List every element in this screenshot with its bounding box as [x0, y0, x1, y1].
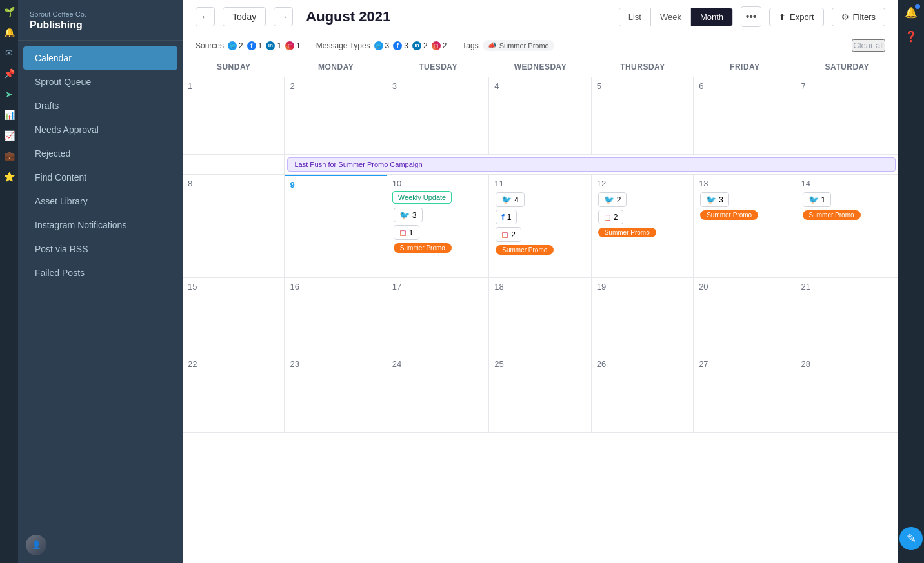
cal-day-25[interactable]: 25 [489, 355, 591, 433]
summer-promo-tag-filter[interactable]: 📣 Summer Promo [483, 40, 554, 51]
day-header-thursday: Thursday [592, 57, 694, 77]
notification-badge [915, 4, 920, 9]
month-view-button[interactable]: Month [691, 8, 732, 26]
sidebar-item-post-via-rss[interactable]: Post via RSS [23, 237, 177, 261]
cal-day-15[interactable]: 15 [183, 278, 285, 355]
twitter-msg-filter[interactable]: 🐦 3 [374, 41, 390, 50]
sidebar-item-failed-posts[interactable]: Failed Posts [23, 261, 177, 284]
twitter-badge-11[interactable]: 🐦 4 [496, 192, 525, 207]
cal-day-7[interactable]: 7 [796, 77, 898, 155]
linkedin-msg-filter[interactable]: in 2 [412, 41, 428, 50]
cal-day-22[interactable]: 22 [183, 355, 285, 433]
export-button[interactable]: ⬆ Export [769, 8, 824, 26]
company-name: Sprout Coffee Co. [30, 10, 171, 18]
cal-day-10[interactable]: 10 Weekly Update 🐦 3 ◻ 1 Summer Promo [387, 175, 489, 278]
sidebar-item-sprout-queue[interactable]: Sprout Queue [23, 70, 177, 94]
cal-day-1[interactable]: 1 [183, 77, 285, 155]
cal-day-6[interactable]: 6 [694, 77, 796, 155]
sidebar-item-find-content[interactable]: Find Content [23, 166, 177, 189]
summer-promo-badge-13[interactable]: Summer Promo [700, 210, 758, 220]
sidebar-item-asset-library[interactable]: Asset Library [23, 190, 177, 213]
instagram-gradient-badge-11[interactable]: ◻ 2 [496, 227, 521, 242]
bell-icon[interactable]: 🔔 [4, 27, 15, 37]
notification-bell-icon[interactable]: 🔔 [905, 6, 918, 19]
cal-day-20[interactable]: 20 [694, 278, 796, 355]
prev-button[interactable]: ← [196, 7, 215, 26]
cal-day-2[interactable]: 2 [285, 77, 387, 155]
facebook-source-icon: f [247, 41, 256, 50]
inbox-icon[interactable]: ✉ [5, 48, 13, 58]
summer-promo-badge-10[interactable]: Summer Promo [394, 243, 452, 253]
instagram-badge-10[interactable]: ◻ 1 [394, 225, 419, 240]
cal-day-3[interactable]: 3 [387, 77, 489, 155]
home-icon[interactable]: 🌱 [4, 6, 15, 17]
cal-day-18[interactable]: 18 [489, 278, 591, 355]
cal-day-23[interactable]: 23 [285, 355, 387, 433]
twitter-badge-10[interactable]: 🐦 3 [394, 208, 423, 222]
facebook-source-filter[interactable]: f 1 [247, 41, 263, 50]
cal-day-19[interactable]: 19 [592, 278, 694, 355]
campaign-banner[interactable]: Last Push for Summer Promo Campaign [287, 157, 896, 172]
message-types-label: Message Types [316, 41, 370, 50]
toolbar: ← Today → August 2021 List Week Month ••… [183, 0, 898, 34]
analytics-icon[interactable]: 📊 [4, 110, 15, 120]
instagram-source-filter[interactable]: ◻ 1 [285, 41, 301, 50]
facebook-badge-11[interactable]: f 1 [496, 210, 517, 224]
cal-day-4[interactable]: 4 [489, 77, 591, 155]
sidebar-item-needs-approval[interactable]: Needs Approval [23, 118, 177, 141]
clear-all-button[interactable]: Clear all [852, 39, 885, 52]
day-header-friday: Friday [694, 57, 796, 77]
compose-floating-button[interactable]: ✎ [899, 527, 923, 550]
twitter-count-10: 3 [412, 211, 417, 220]
avatar[interactable]: 👤 [26, 535, 46, 555]
cal-day-16[interactable]: 16 [285, 278, 387, 355]
linkedin-source-filter[interactable]: in 1 [266, 41, 281, 50]
twitter-badge-14[interactable]: 🐦 1 [803, 192, 832, 207]
filters-button[interactable]: ⚙ Filters [832, 8, 885, 26]
week-view-button[interactable]: Week [651, 8, 691, 26]
sidebar-item-calendar[interactable]: Calendar [23, 46, 177, 70]
linkedin-source-count: 1 [277, 41, 281, 50]
help-icon[interactable]: ❓ [905, 30, 918, 43]
page-title: August 2021 [306, 8, 610, 25]
facebook-msg-filter[interactable]: f 3 [393, 41, 408, 50]
sidebar-item-drafts[interactable]: Drafts [23, 94, 177, 117]
cal-day-9[interactable]: 9 [285, 175, 387, 278]
instagram-msg-filter[interactable]: ◻ 2 [432, 41, 447, 50]
twitter-source-filter[interactable]: 🐦 2 [228, 41, 243, 50]
cal-day-21[interactable]: 21 [796, 278, 898, 355]
cal-day-13[interactable]: 13 🐦 3 Summer Promo [694, 175, 796, 278]
cal-day-11[interactable]: 11 🐦 4 f 1 ◻ 2 [489, 175, 591, 278]
sidebar-item-instagram-notifications[interactable]: Instagram Notifications [23, 213, 177, 237]
twitter-badge-13[interactable]: 🐦 3 [700, 192, 729, 207]
summer-promo-badge-11[interactable]: Summer Promo [496, 245, 554, 255]
next-button[interactable]: → [274, 7, 293, 26]
cal-day-26[interactable]: 26 [592, 355, 694, 433]
pin-icon[interactable]: 📌 [4, 68, 15, 79]
campaign-banner-row: Last Push for Summer Promo Campaign [183, 155, 898, 175]
summer-promo-badge-14[interactable]: Summer Promo [803, 210, 861, 220]
more-options-button[interactable]: ••• [741, 6, 761, 27]
twitter-badge-12[interactable]: 🐦 2 [598, 192, 627, 207]
cal-day-14[interactable]: 14 🐦 1 Summer Promo [796, 175, 898, 278]
weekly-update-tag[interactable]: Weekly Update [392, 191, 452, 204]
list-view-button[interactable]: List [619, 8, 651, 26]
instagram-badge-12[interactable]: ◻ 2 [598, 210, 624, 224]
send-icon[interactable]: ➤ [5, 89, 13, 99]
cal-day-24[interactable]: 24 [387, 355, 489, 433]
bar-chart-icon[interactable]: 📈 [4, 130, 15, 141]
cal-day-27[interactable]: 27 [694, 355, 796, 433]
today-button[interactable]: Today [223, 7, 266, 26]
sources-filter: Sources 🐦 2 f 1 in 1 ◻ 1 [196, 41, 301, 50]
cal-day-12[interactable]: 12 🐦 2 ◻ 2 Summer Promo [592, 175, 694, 278]
summer-promo-badge-12[interactable]: Summer Promo [598, 228, 656, 237]
star-icon[interactable]: ⭐ [4, 172, 15, 182]
linkedin-msg-count: 2 [423, 41, 428, 50]
cal-day-5[interactable]: 5 [592, 77, 694, 155]
cal-day-17[interactable]: 17 [387, 278, 489, 355]
briefcase-icon[interactable]: 💼 [4, 151, 15, 161]
cal-day-28[interactable]: 28 [796, 355, 898, 433]
cal-day-8[interactable]: 8 [183, 175, 285, 278]
sidebar-item-rejected[interactable]: Rejected [23, 142, 177, 165]
twitter-count-13: 3 [719, 195, 723, 204]
